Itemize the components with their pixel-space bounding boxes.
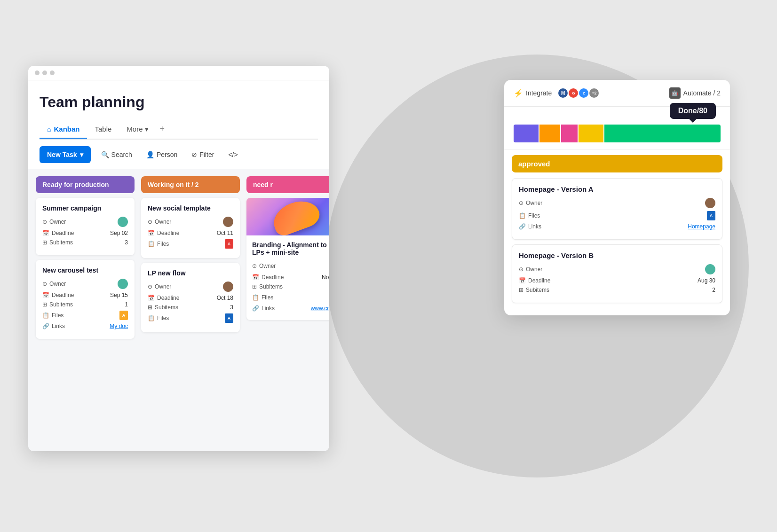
card-title: LP new flow (148, 269, 233, 277)
kanban-area: Ready for production Summer campaign ⊙ O… (28, 169, 329, 451)
filter-button[interactable]: ⊘ Filter (188, 148, 218, 161)
home-icon: ⌂ (47, 125, 51, 133)
card-row-deadline: 📅 Deadline Sep 02 (42, 230, 128, 236)
card-row-links: 🔗 Links Homepage (519, 223, 715, 230)
person-filter-button[interactable]: 👤 Person (143, 148, 181, 161)
file-attachment: A (225, 313, 233, 323)
dot-green (50, 70, 55, 75)
calendar-icon: 📅 (252, 274, 259, 281)
links-icon: 🔗 (519, 223, 526, 230)
card-row-subitems: ⊞ Subitems 1 (42, 301, 128, 308)
card-row-files: 📋 Files W (252, 293, 329, 302)
files-icon: 📋 (148, 241, 155, 247)
files-icon: 📋 (148, 315, 155, 321)
card-row-owner: ⊙ Owner (252, 261, 329, 271)
col-header-ready: Ready for production (36, 176, 135, 193)
tabs-row: ⌂ Kanban Table More ▾ + (40, 119, 318, 140)
filter-icon: ⊘ (191, 151, 197, 158)
link-value[interactable]: My doc (110, 323, 128, 329)
card-title: Homepage - Version B (519, 251, 715, 259)
card-row-links: 🔗 Links My doc (42, 323, 128, 329)
seg-yellow (579, 125, 603, 142)
tab-kanban[interactable]: ⌂ Kanban (40, 120, 87, 139)
page-content: Team planning ⌂ Kanban Table More ▾ + Ne… (28, 80, 329, 169)
card-homepage-b[interactable]: Homepage - Version B ⊙ Owner 📅 Deadline … (512, 244, 722, 303)
done-badge: Done/80 (670, 103, 716, 119)
files-icon: 📋 (252, 294, 259, 301)
card-row-subitems: ⊞ Subitems 5 (252, 283, 329, 290)
avatar (118, 217, 128, 227)
card-row-deadline: 📅 Deadline Sep 15 (42, 292, 128, 298)
dropdown-arrow-icon: ▾ (80, 151, 83, 158)
calendar-icon: 📅 (42, 230, 49, 236)
embed-button[interactable]: </> (224, 148, 241, 161)
progress-section: Done/80 (504, 107, 730, 149)
embed-icon: </> (228, 151, 238, 158)
card-new-social-template[interactable]: New social template ⊙ Owner 📅 Deadline O… (141, 198, 240, 258)
calendar-icon: 📅 (148, 295, 155, 301)
card-title: Homepage - Version A (519, 185, 715, 193)
page-title: Team planning (40, 94, 318, 111)
card-row-subitems: ⊞ Subitems 3 (42, 239, 128, 246)
links-icon: 🔗 (42, 323, 49, 329)
card-branding[interactable]: Branding - Alignment to LPs + mini-site … (246, 198, 329, 320)
card-lp-new-flow[interactable]: LP new flow ⊙ Owner 📅 Deadline Oct 18 (141, 263, 240, 332)
approved-header: approved (512, 155, 722, 172)
calendar-icon: 📅 (42, 292, 49, 298)
automate-button[interactable]: 🤖 Automate / 2 (669, 87, 721, 99)
browser-titlebar (28, 66, 329, 80)
card-row-subitems: ⊞ Subitems 3 (148, 304, 233, 311)
card-row-owner: ⊙ Owner (519, 264, 715, 274)
link-value[interactable]: www.com... (311, 305, 329, 312)
integrate-button[interactable]: ⚡ Integrate M G Z +2 (514, 87, 600, 99)
tab-add[interactable]: + (156, 119, 169, 139)
card-summer-campaign[interactable]: Summer campaign ⊙ Owner 📅 Deadline Sep 0… (36, 198, 135, 255)
owner-icon: ⊙ (148, 219, 152, 225)
person-icon: 👤 (146, 151, 154, 158)
card-title: Summer campaign (42, 204, 128, 212)
link-value[interactable]: Homepage (688, 223, 715, 230)
seg-orange (539, 125, 560, 142)
right-panel: ⚡ Integrate M G Z +2 🤖 Automate / 2 Done… (504, 80, 730, 315)
approved-column: approved Homepage - Version A ⊙ Owner 📋 … (504, 155, 730, 315)
card-row-subitems: ⊞ Subitems 2 (519, 287, 715, 293)
gmail-icon: G (568, 87, 579, 99)
chevron-down-icon: ▾ (145, 125, 149, 133)
tab-table[interactable]: Table (87, 120, 119, 138)
owner-icon: ⊙ (519, 200, 523, 206)
calendar-icon: 📅 (148, 230, 155, 236)
search-icon: 🔍 (101, 151, 109, 158)
column-working: Working on it / 2 New social template ⊙ … (141, 176, 240, 451)
avatar (705, 198, 715, 208)
subitems-icon: ⊞ (42, 239, 47, 246)
seg-pink (561, 125, 578, 142)
card-row-links: 🔗 Links www.com... (252, 305, 329, 312)
owner-icon: ⊙ (252, 263, 257, 269)
links-icon: 🔗 (252, 305, 259, 312)
card-row-files: 📋 Files A (519, 211, 715, 220)
card-homepage-a[interactable]: Homepage - Version A ⊙ Owner 📋 Files A 🔗 (512, 178, 722, 240)
avatar (118, 279, 128, 289)
card-title: New social template (148, 204, 233, 212)
column-need: need r Branding - Alignment to LPs + min… (246, 176, 329, 451)
new-task-button[interactable]: New Task ▾ (40, 146, 91, 163)
dot-yellow (42, 70, 47, 75)
avatar (223, 282, 233, 292)
card-row-files: 📋 Files A (148, 313, 233, 323)
dot-red (35, 70, 40, 75)
card-new-carousel[interactable]: New carousel test ⊙ Owner 📅 Deadline Sep… (36, 260, 135, 339)
card-row-deadline: 📅 Deadline Nov 22 (252, 274, 329, 281)
subitems-icon: ⊞ (42, 301, 47, 308)
owner-icon: ⊙ (42, 219, 47, 225)
files-icon: 📋 (519, 212, 526, 219)
card-row-files: 📋 Files A (148, 239, 233, 249)
robot-icon: 🤖 (669, 87, 681, 99)
subitems-icon: ⊞ (252, 283, 257, 290)
toolbar: New Task ▾ 🔍 Search 👤 Person ⊘ Filter </… (40, 140, 318, 169)
files-icon: 📋 (42, 312, 49, 319)
tab-more[interactable]: More ▾ (119, 120, 156, 138)
subitems-icon: ⊞ (519, 287, 523, 293)
search-button[interactable]: 🔍 Search (97, 148, 136, 161)
integration-icons: M G Z +2 (555, 87, 600, 99)
card-row-owner: ⊙ Owner (148, 217, 233, 227)
